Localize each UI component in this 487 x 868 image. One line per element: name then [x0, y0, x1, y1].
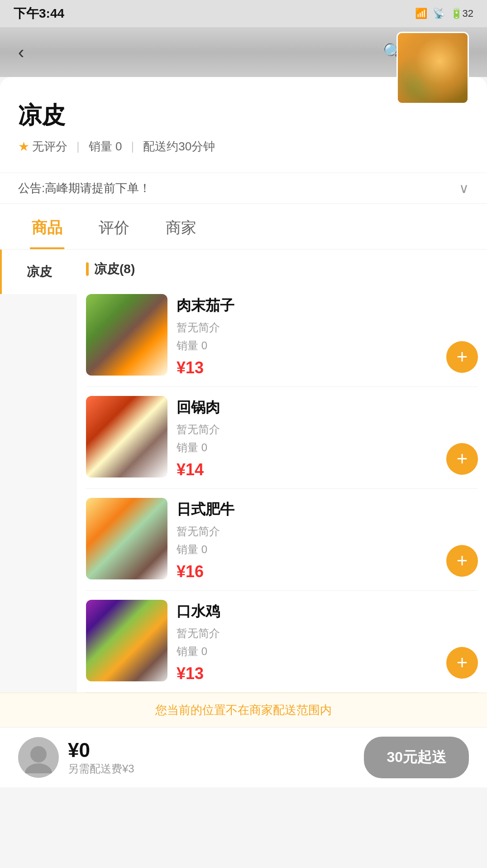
restaurant-meta: ★ 无评分 | 销量 0 | 配送约30分钟 [18, 139, 387, 154]
restaurant-name: 凉皮 [18, 100, 387, 131]
product-name-1: 肉末茄子 [177, 296, 437, 316]
product-item: 日式肥牛 暂无简介 销量 0 ¥16 + [86, 489, 478, 591]
cart-avatar [18, 737, 59, 778]
battery-icon: 🔋32 [450, 8, 473, 19]
sales-text: 销量 0 [89, 139, 122, 154]
star-icon: ★ [18, 139, 29, 154]
bottom-bar: ¥0 另需配送费¥3 30元起送 [0, 727, 487, 787]
tab-merchant[interactable]: 商家 [152, 204, 210, 249]
product-name-4: 口水鸡 [177, 602, 437, 622]
restaurant-thumbnail [396, 32, 469, 104]
product-image-1 [86, 294, 167, 376]
sidebar-item-liangpi[interactable]: 凉皮 [0, 250, 77, 294]
cart-min-price-note: 另需配送费¥3 [68, 762, 355, 776]
product-desc-1: 暂无简介 [177, 320, 437, 335]
sidebar: 凉皮 [0, 250, 77, 693]
cart-price: ¥0 [68, 739, 355, 762]
category-title: 凉皮(8) [94, 260, 135, 278]
product-sales-1: 销量 0 [177, 338, 437, 353]
add-product-3-button[interactable]: + [446, 545, 478, 577]
status-bar: 下午3:44 📶 📡 🔋32 [0, 0, 487, 27]
product-info-2: 回锅肉 暂无简介 销量 0 ¥14 [177, 396, 437, 479]
product-sales-4: 销量 0 [177, 644, 437, 659]
product-sales-3: 销量 0 [177, 542, 437, 557]
product-price-2: ¥14 [177, 460, 437, 479]
wifi-icon: 📡 [433, 8, 445, 19]
checkout-button[interactable]: 30元起送 [364, 737, 469, 778]
product-price-3: ¥16 [177, 562, 437, 581]
product-item: 回锅肉 暂无简介 销量 0 ¥14 + [86, 387, 478, 489]
product-image-3 [86, 498, 167, 579]
product-info-3: 日式肥牛 暂无简介 销量 0 ¥16 [177, 498, 437, 581]
product-info-1: 肉末茄子 暂无简介 销量 0 ¥13 [177, 294, 437, 377]
product-item: 肉末茄子 暂无简介 销量 0 ¥13 + [86, 285, 478, 387]
cart-info: ¥0 另需配送费¥3 [68, 739, 355, 776]
avatar-icon [23, 742, 54, 773]
product-name-3: 日式肥牛 [177, 500, 437, 520]
product-sales-2: 销量 0 [177, 440, 437, 455]
delivery-notice-text: 您当前的位置不在商家配送范围内 [155, 703, 332, 717]
add-product-4-button[interactable]: + [446, 647, 478, 679]
restaurant-notice: 公告:高峰期请提前下单！ ∨ [0, 173, 487, 204]
main-card: 凉皮 ★ 无评分 | 销量 0 | 配送约30分钟 公告:高峰期请提前下单！ ∨… [0, 77, 487, 787]
product-image-4 [86, 600, 167, 681]
product-price-1: ¥13 [177, 358, 437, 377]
tab-products[interactable]: 商品 [18, 204, 76, 249]
top-nav: ‹ 🔍 ☆ ⋮ [0, 27, 487, 77]
product-name-2: 回锅肉 [177, 398, 437, 418]
category-bar-decoration [86, 262, 89, 276]
category-header: 凉皮(8) [86, 250, 478, 285]
status-icons: 📶 📡 🔋32 [415, 8, 473, 19]
add-product-1-button[interactable]: + [446, 341, 478, 373]
svg-point-1 [25, 763, 52, 773]
notice-chevron-icon[interactable]: ∨ [459, 180, 469, 196]
signal-icon: 📶 [415, 8, 427, 19]
svg-point-0 [30, 746, 47, 762]
product-desc-4: 暂无简介 [177, 626, 437, 641]
product-desc-2: 暂无简介 [177, 422, 437, 437]
product-price-4: ¥13 [177, 664, 437, 683]
add-product-2-button[interactable]: + [446, 443, 478, 475]
product-list: 凉皮(8) 肉末茄子 暂无简介 销量 0 ¥13 + [77, 250, 487, 693]
delivery-notice-banner: 您当前的位置不在商家配送范围内 [0, 693, 487, 727]
product-desc-3: 暂无简介 [177, 524, 437, 539]
product-image-2 [86, 396, 167, 477]
delivery-text: 配送约30分钟 [143, 139, 215, 154]
tab-reviews[interactable]: 评价 [85, 204, 143, 249]
rating-text: 无评分 [32, 139, 67, 154]
product-info-4: 口水鸡 暂无简介 销量 0 ¥13 [177, 600, 437, 683]
restaurant-thumb-image [398, 33, 468, 103]
tabs-container: 商品 评价 商家 [0, 204, 487, 250]
notice-text: 公告:高峰期请提前下单！ [18, 180, 151, 196]
product-item: 口水鸡 暂无简介 销量 0 ¥13 + [86, 591, 478, 693]
content-area: 凉皮 凉皮(8) 肉末茄子 暂无简介 销量 0 ¥13 [0, 250, 487, 693]
status-time: 下午3:44 [14, 5, 64, 22]
back-button[interactable]: ‹ [18, 42, 24, 63]
